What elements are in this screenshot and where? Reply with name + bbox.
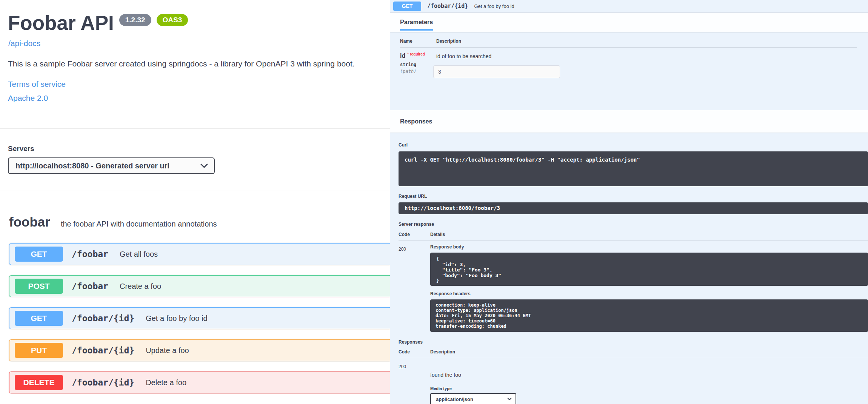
curl-command: curl -X GET "http://localhost:8080/fooba… <box>399 151 868 186</box>
responses-area: Curl curl -X GET "http://localhost:8080/… <box>390 133 868 404</box>
terms-of-service-link[interactable]: Terms of service <box>8 80 379 89</box>
tag-header: foobar the foobar API with documentation… <box>9 214 390 230</box>
response-body-label: Response body <box>430 244 868 250</box>
servers-label: Servers <box>8 145 390 153</box>
operation-summary: Get a foo by foo id <box>146 314 207 323</box>
method-badge-get: GET <box>15 311 63 326</box>
media-type-select[interactable]: application/json <box>430 393 516 404</box>
operation-path: /foobar/{id} <box>72 313 134 323</box>
request-url-value: http://localhost:8080/foobar/3 <box>399 202 868 214</box>
request-url-label: Request URL <box>399 194 868 199</box>
curl-label: Curl <box>399 142 868 148</box>
operation-delete-foobar-id[interactable]: DELETE /foobar/{id} Delete a foo <box>9 372 390 393</box>
operation-path: /foobar/{id} <box>427 3 468 9</box>
method-badge-post: POST <box>15 279 63 294</box>
operation-post-foobar[interactable]: POST /foobar Create a foo <box>9 275 390 297</box>
parameter-value-input[interactable] <box>433 65 560 78</box>
response-body: { "id": 3, "title": "Foo 3", "body": "Fo… <box>430 253 868 286</box>
operation-summary: Get a foo by foo id <box>474 3 514 9</box>
parameter-type: string <box>400 62 433 67</box>
operation-summary: Get all foos <box>120 250 158 259</box>
parameter-required-flag: * required <box>407 52 425 56</box>
version-badge: 1.2.32 <box>119 14 151 26</box>
operation-path: /foobar <box>72 249 108 259</box>
operation-summary: Update a foo <box>146 346 189 355</box>
server-select-value: http://localhost:8080 - Generated server… <box>15 162 169 170</box>
operation-put-foobar-id[interactable]: PUT /foobar/{id} Update a foo <box>9 339 390 361</box>
parameters-section-header: Parameters <box>390 12 868 32</box>
documented-responses-table: Code Description 200 found the foo Media… <box>399 349 868 404</box>
oas3-badge: OAS3 <box>157 14 188 26</box>
parameters-table: Name Description id* required string (pa… <box>390 32 868 110</box>
parameter-description: id of foo to be searched <box>433 48 857 59</box>
parameter-location: (path) <box>400 69 433 74</box>
operations-list: GET /foobar Get all foos POST /foobar Cr… <box>6 243 390 393</box>
operation-path: /foobar <box>72 281 108 291</box>
operation-get-foobar-id[interactable]: GET /foobar/{id} Get a foo by foo id <box>9 307 390 329</box>
api-overview-panel: Foobar API 1.2.32 OAS3 /api-docs This is… <box>0 0 390 404</box>
operation-summary: Delete a foo <box>146 378 186 387</box>
api-info-section: Foobar API 1.2.32 OAS3 /api-docs This is… <box>0 0 390 128</box>
documented-response-cell: found the foo Media type application/jso… <box>430 358 868 404</box>
servers-section: Servers http://localhost:8080 - Generate… <box>0 128 390 191</box>
param-name-header: Name <box>400 39 433 48</box>
description-header: Description <box>430 349 868 358</box>
response-details-cell: Response body { "id": 3, "title": "Foo 3… <box>430 241 868 332</box>
response-headers: connection: keep-alive content-type: app… <box>430 299 868 332</box>
operation-detail-header[interactable]: GET /foobar/{id} Get a foo by foo id <box>390 0 868 12</box>
chevron-down-icon <box>200 163 208 168</box>
tag-description: the foobar API with documentation annota… <box>61 220 217 228</box>
method-badge-put: PUT <box>15 343 63 358</box>
param-description-header: Description <box>433 39 857 48</box>
documented-responses-label: Responses <box>399 339 868 345</box>
details-header: Details <box>430 232 868 241</box>
code-header: Code <box>399 232 430 241</box>
method-badge-get: GET <box>393 2 421 11</box>
media-type-label: Media type <box>430 386 868 391</box>
operation-summary: Create a foo <box>120 282 161 291</box>
response-status-code: 200 <box>399 241 430 332</box>
tag-section-foobar: foobar the foobar API with documentation… <box>0 191 390 393</box>
operation-detail-panel: GET /foobar/{id} Get a foo by foo id Par… <box>390 0 868 404</box>
spec-link[interactable]: /api-docs <box>8 39 40 48</box>
tab-parameters[interactable]: Parameters <box>400 19 433 31</box>
chevron-down-icon <box>507 398 512 401</box>
operation-get-foobar[interactable]: GET /foobar Get all foos <box>9 243 390 265</box>
response-headers-label: Response headers <box>430 291 868 296</box>
parameter-name: id <box>400 52 405 59</box>
documented-status-code: 200 <box>399 358 430 404</box>
page-title: Foobar API 1.2.32 OAS3 <box>8 13 379 33</box>
operation-path: /foobar/{id} <box>72 345 134 355</box>
responses-section-header: Responses <box>390 110 868 133</box>
license-link[interactable]: Apache 2.0 <box>8 94 379 103</box>
tag-name[interactable]: foobar <box>9 214 50 230</box>
api-description: This is a sample Foobar server created u… <box>8 59 379 68</box>
media-type-value: application/json <box>436 396 473 402</box>
api-title-text: Foobar API <box>8 13 114 33</box>
operation-path: /foobar/{id} <box>72 378 134 387</box>
server-response-label: Server response <box>399 222 868 227</box>
method-badge-get: GET <box>15 247 63 262</box>
server-response-table: Code Details 200 Response body { "id": 3… <box>399 232 868 332</box>
code-header: Code <box>399 349 430 358</box>
server-select[interactable]: http://localhost:8080 - Generated server… <box>8 157 215 174</box>
swagger-ui-page: Foobar API 1.2.32 OAS3 /api-docs This is… <box>0 0 868 404</box>
method-badge-delete: DELETE <box>15 375 63 390</box>
responses-header-title: Responses <box>400 118 432 125</box>
response-description: found the foo <box>430 358 868 378</box>
parameter-name-cell: id* required string (path) <box>400 48 433 78</box>
parameter-description-cell: id of foo to be searched <box>433 48 857 78</box>
